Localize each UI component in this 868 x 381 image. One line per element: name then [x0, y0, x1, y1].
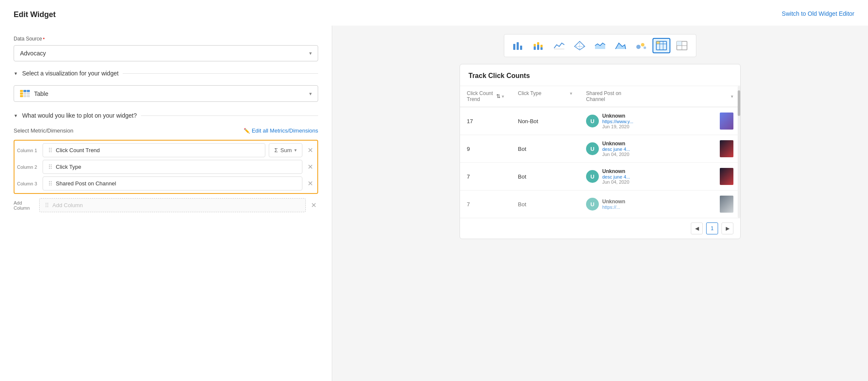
avatar-1: U: [586, 115, 599, 127]
metrics-divider: [141, 115, 318, 116]
post-link-4[interactable]: https://...: [602, 205, 716, 210]
table-mini-icon: [20, 90, 30, 97]
stacked-bar-icon-btn[interactable]: [530, 38, 548, 53]
line-chart-icon: [553, 40, 565, 51]
scroll-thumb[interactable]: [738, 90, 740, 116]
column-2-value: Click Type: [56, 164, 297, 170]
add-column-label: Add Column: [14, 200, 36, 211]
current-page: 1: [706, 222, 718, 234]
viz-section-title: Select a visualization for your widget: [22, 70, 118, 77]
svg-rect-5: [537, 45, 539, 50]
visualization-value: Table: [34, 90, 48, 97]
column-3-row: Column 3 ⠿ Shared Post on Channel ✕: [17, 176, 315, 190]
table-row: 7 Bot U Unknown desc june 4... Jun 04, 2…: [460, 163, 740, 190]
drag-dots-icon: ⠿: [48, 164, 52, 170]
data-source-value: Advocacy: [20, 50, 46, 57]
data-source-chevron-icon: ▾: [309, 50, 312, 56]
post-date-3: Jun 04, 2020: [602, 179, 716, 185]
cell-click-count-1: 17: [460, 107, 511, 135]
post-thumb-3: [720, 168, 733, 185]
visualization-select[interactable]: Table ▾: [14, 85, 318, 102]
cell-click-count-2: 9: [460, 135, 511, 163]
svg-rect-0: [513, 44, 515, 50]
avatar-2: U: [586, 142, 599, 155]
svg-rect-23: [677, 41, 682, 46]
data-source-select[interactable]: Advocacy ▾: [14, 45, 318, 61]
post-link-3[interactable]: desc june 4...: [602, 174, 716, 179]
add-column-remove-button[interactable]: ✕: [309, 199, 318, 211]
post-link-1[interactable]: https://www.y...: [602, 119, 716, 124]
column-3-input[interactable]: ⠿ Shared Post on Channel: [43, 176, 302, 190]
column-1-row: Column 1 ⠿ Click Count Trend Σ Sum ▾ ✕: [17, 143, 315, 157]
post-name-4: Unknown: [602, 199, 716, 205]
edit-all-metrics-link[interactable]: ✏️ Edit all Metrics/Dimensions: [244, 127, 318, 134]
viz-icons-bar: [504, 34, 696, 57]
cell-click-count-3: 7: [460, 163, 511, 190]
cell-click-type-4: Bot: [511, 190, 579, 218]
column-2-input[interactable]: ⠿ Click Type: [43, 160, 302, 174]
col-filter-click-type-icon[interactable]: ▾: [570, 91, 572, 96]
column-1-aggregate-select[interactable]: Σ Sum ▾: [269, 143, 302, 157]
column-3-value: Shared Post on Channel: [56, 180, 297, 187]
drag-dots-placeholder-icon: ⠿: [45, 202, 49, 208]
metrics-section-title: What would you like to plot on your widg…: [22, 112, 137, 119]
metrics-section-collapse-icon[interactable]: ▼: [14, 113, 18, 118]
svg-rect-6: [537, 42, 539, 45]
add-column-input[interactable]: ⠿ Add Column: [39, 198, 306, 212]
cell-shared-post-2: U Unknown desc june 4... Jun 04, 2020: [579, 135, 740, 163]
table-row: 17 Non-Bot U Unknown https://www.y... Ju…: [460, 107, 740, 135]
scroll-track[interactable]: [738, 86, 740, 218]
post-name-2: Unknown: [602, 141, 716, 147]
select-metric-label: Select Metric/Dimension: [14, 127, 73, 134]
cell-click-type-2: Bot: [511, 135, 579, 163]
prev-page-button[interactable]: ◀: [691, 222, 703, 234]
drag-dots-icon: ⠿: [48, 181, 52, 187]
column-3-remove-button[interactable]: ✕: [306, 178, 315, 189]
sort-icon[interactable]: ⇅: [496, 93, 500, 99]
mountain-chart-icon-btn[interactable]: [612, 38, 629, 53]
next-page-button[interactable]: ▶: [721, 222, 733, 234]
page-title: Edit Widget: [14, 10, 56, 19]
crosstab-icon-btn[interactable]: [673, 38, 691, 53]
line-chart-icon-btn[interactable]: [550, 38, 568, 53]
post-link-2[interactable]: desc june 4...: [602, 147, 716, 152]
switch-link[interactable]: Switch to Old Widget Editor: [782, 10, 854, 17]
viz-section-collapse-icon[interactable]: ▼: [14, 71, 18, 76]
viz-divider: [123, 73, 318, 74]
svg-rect-3: [534, 46, 536, 50]
column-1-input[interactable]: ⠿ Click Count Trend: [43, 143, 265, 157]
col-header-click-type: Click Type: [518, 90, 541, 96]
area-chart-icon-btn[interactable]: [591, 38, 609, 53]
bar-chart-icon-btn[interactable]: [509, 38, 527, 53]
table-viz-icon-btn[interactable]: [652, 38, 670, 53]
table-scroll-area: Click CountTrend ⇅ ▾ Click Type: [460, 86, 740, 218]
sum-chevron-icon: ▾: [294, 147, 297, 153]
bubble-chart-icon-btn[interactable]: [632, 38, 650, 53]
column-2-remove-button[interactable]: ✕: [306, 161, 315, 173]
widget-title: Track Click Counts: [460, 64, 740, 86]
table-row: 9 Bot U Unknown desc june 4... Jun 04, 2…: [460, 135, 740, 163]
svg-rect-7: [540, 47, 543, 50]
cell-click-type-1: Non-Bot: [511, 107, 579, 135]
post-name-3: Unknown: [602, 168, 716, 174]
viz-select-chevron-icon: ▾: [309, 91, 312, 97]
data-source-label: Data Source•: [14, 36, 318, 42]
column-1-remove-button[interactable]: ✕: [306, 144, 315, 156]
table-viz-icon: [655, 40, 667, 51]
bubble-chart-icon: [635, 40, 647, 51]
edit-pencil-icon: ✏️: [244, 128, 250, 134]
col-filter-click-count-icon[interactable]: ▾: [502, 94, 504, 99]
scatter-icon: [574, 40, 586, 51]
scatter-icon-btn[interactable]: [571, 38, 589, 53]
post-date-2: Jun 04, 2020: [602, 152, 716, 157]
mountain-chart-icon: [615, 40, 627, 51]
svg-point-14: [636, 45, 641, 49]
cell-click-count-4: 7: [460, 190, 511, 218]
columns-container: Column 1 ⠿ Click Count Trend Σ Sum ▾ ✕ C…: [14, 140, 318, 194]
post-thumb-4: [720, 196, 733, 213]
column-1-label: Column 1: [17, 148, 39, 153]
col-filter-shared-post-icon[interactable]: ▾: [731, 94, 733, 99]
svg-rect-8: [540, 45, 543, 47]
post-name-1: Unknown: [602, 113, 716, 119]
avatar-3: U: [586, 170, 599, 183]
